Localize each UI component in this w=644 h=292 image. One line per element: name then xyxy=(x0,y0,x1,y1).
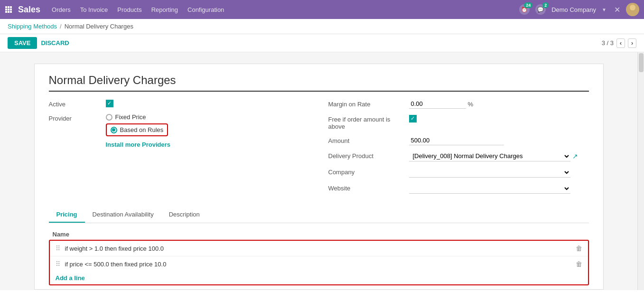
avatar[interactable] xyxy=(626,3,639,16)
drag-handle-icon[interactable]: ⠿ xyxy=(56,260,60,268)
form-title: Normal Delivery Charges xyxy=(49,74,589,92)
active-field-row: Active ✓ xyxy=(49,99,309,108)
top-navbar: Sales Orders To Invoice Products Reporti… xyxy=(0,0,644,19)
company-select-wrap xyxy=(409,167,589,178)
active-checkbox[interactable]: ✓ xyxy=(106,99,309,107)
pricing-rows-container: ⠿ if weight > 1.0 then fixed price 100.0… xyxy=(49,240,589,285)
svg-rect-4 xyxy=(8,9,9,10)
margin-rate-label: Margin on Rate xyxy=(328,99,409,108)
pager-next-button[interactable]: › xyxy=(628,38,636,48)
provider-options: Fixed Price Based on Rules xyxy=(106,113,309,148)
pricing-row-text: if price <= 500.0 then fixed price 10.0 xyxy=(65,261,576,268)
topnav-right: ⏰ 24 💬 2 Demo Company ▼ ✕ xyxy=(519,3,639,16)
active-label: Active xyxy=(49,99,106,108)
based-on-rules-option[interactable]: Based on Rules xyxy=(106,123,309,136)
margin-rate-value-wrap: % xyxy=(409,99,589,109)
breadcrumb: Shipping Methods / Normal Delivery Charg… xyxy=(0,19,644,34)
svg-rect-8 xyxy=(10,11,12,13)
company-dropdown-icon[interactable]: ▼ xyxy=(602,7,607,12)
margin-rate-input-group: % xyxy=(409,99,589,109)
amount-field-row: Amount xyxy=(328,136,589,145)
app-title: Sales xyxy=(18,5,40,15)
provider-field-row: Provider Fixed Price xyxy=(49,113,309,148)
company-name[interactable]: Demo Company xyxy=(551,6,596,13)
close-icon[interactable]: ✕ xyxy=(614,5,620,14)
notifications-badge[interactable]: ⏰ 24 xyxy=(519,4,530,15)
delivery-product-label: Delivery Product xyxy=(328,151,409,160)
pricing-column-name: Name xyxy=(49,229,589,240)
based-on-rules-label: Based on Rules xyxy=(120,126,164,133)
svg-rect-6 xyxy=(5,11,7,13)
form-card: Normal Delivery Charges Active ✓ Provide… xyxy=(34,64,604,290)
based-on-rules-box[interactable]: Based on Rules xyxy=(106,123,168,136)
svg-rect-7 xyxy=(8,11,9,13)
nav-products[interactable]: Products xyxy=(117,6,141,13)
pager-text: 3 / 3 xyxy=(602,39,614,47)
messages-badge[interactable]: 💬 2 xyxy=(535,4,546,15)
nav-orders[interactable]: Orders xyxy=(52,6,71,13)
free-if-checkbox-checked[interactable]: ✓ xyxy=(409,115,417,122)
scrollbar[interactable] xyxy=(637,52,644,290)
free-if-field-row: Free if order amount is above ✓ xyxy=(328,114,589,130)
table-row: ⠿ if price <= 500.0 then fixed price 10.… xyxy=(50,256,588,272)
website-select-wrap xyxy=(409,183,589,194)
add-line-link[interactable]: Add a line xyxy=(50,272,91,284)
fixed-price-option[interactable]: Fixed Price xyxy=(106,113,309,121)
fixed-price-radio[interactable] xyxy=(106,114,112,121)
delivery-product-value: [Delivery_008] Normal Delivery Charges ↗ xyxy=(409,151,589,161)
tab-description[interactable]: Description xyxy=(161,207,207,223)
fixed-price-label: Fixed Price xyxy=(115,113,146,121)
delivery-product-field-row: Delivery Product [Delivery_008] Normal D… xyxy=(328,151,589,161)
grid-menu-icon[interactable] xyxy=(5,6,12,13)
website-select[interactable] xyxy=(409,183,570,194)
tab-pricing[interactable]: Pricing xyxy=(49,207,85,223)
delivery-product-select[interactable]: [Delivery_008] Normal Delivery Charges xyxy=(409,151,570,161)
active-checkbox-checked[interactable]: ✓ xyxy=(106,100,113,107)
nav-toinvoice[interactable]: To Invoice xyxy=(80,6,108,13)
tabs-bar: Pricing Destination Availability Descrip… xyxy=(49,207,589,223)
svg-rect-5 xyxy=(10,9,12,10)
nav-menu: Orders To Invoice Products Reporting Con… xyxy=(52,6,519,13)
margin-rate-suffix: % xyxy=(468,101,474,108)
main-area: Normal Delivery Charges Active ✓ Provide… xyxy=(0,52,644,290)
save-button[interactable]: SAVE xyxy=(8,37,37,49)
company-label: Company xyxy=(328,167,409,176)
delete-row-icon[interactable]: 🗑 xyxy=(576,260,582,268)
external-link-icon[interactable]: ↗ xyxy=(572,152,578,160)
pricing-table: Name ⠿ if weight > 1.0 then fixed price … xyxy=(49,229,589,289)
pricing-row-text: if weight > 1.0 then fixed price 100.0 xyxy=(65,245,576,252)
svg-rect-2 xyxy=(10,6,12,8)
form-left: Active ✓ Provider Fixed Price xyxy=(49,99,309,199)
discard-button[interactable]: DISCARD xyxy=(41,39,69,47)
amount-input-wrap xyxy=(409,136,589,145)
provider-label: Provider xyxy=(49,113,106,122)
drag-handle-icon[interactable]: ⠿ xyxy=(56,245,60,252)
breadcrumb-separator: / xyxy=(60,23,62,30)
company-select[interactable] xyxy=(409,167,570,178)
pager-prev-button[interactable]: ‹ xyxy=(616,38,625,48)
form-right: Margin on Rate % Free if order amount is xyxy=(328,99,589,199)
free-if-checkbox[interactable]: ✓ xyxy=(409,114,589,122)
delete-row-icon[interactable]: 🗑 xyxy=(576,245,582,252)
svg-point-10 xyxy=(628,12,637,16)
nav-reporting[interactable]: Reporting xyxy=(151,6,178,13)
website-field-row: Website xyxy=(328,183,589,194)
amount-input[interactable] xyxy=(409,136,504,145)
scroll-thumb[interactable] xyxy=(639,53,644,72)
website-label: Website xyxy=(328,183,409,192)
nav-configuration[interactable]: Configuration xyxy=(187,6,224,13)
svg-point-9 xyxy=(630,5,635,10)
breadcrumb-parent[interactable]: Shipping Methods xyxy=(8,23,57,30)
company-field-row: Company xyxy=(328,167,589,178)
margin-rate-input[interactable] xyxy=(409,99,466,109)
svg-rect-1 xyxy=(8,6,9,8)
table-row: ⠿ if weight > 1.0 then fixed price 100.0… xyxy=(50,241,588,256)
tab-destination[interactable]: Destination Availability xyxy=(85,207,161,223)
pager: 3 / 3 ‹ › xyxy=(602,38,636,48)
form-body: Active ✓ Provider Fixed Price xyxy=(49,99,589,199)
svg-rect-0 xyxy=(5,6,7,8)
free-if-label: Free if order amount is above xyxy=(328,114,409,130)
install-providers-link[interactable]: Install more Providers xyxy=(106,141,171,148)
amount-label: Amount xyxy=(328,136,409,144)
based-on-rules-radio[interactable] xyxy=(111,127,117,133)
